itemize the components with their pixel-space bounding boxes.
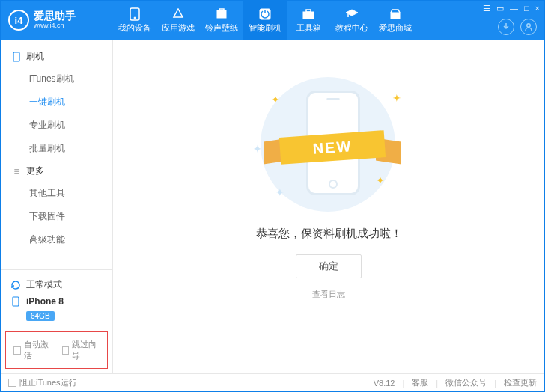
sidebar-item-itunes-flash[interactable]: iTunes刷机 (1, 67, 112, 91)
success-message: 恭喜您，保资料刷机成功啦！ (256, 227, 402, 241)
brand-title: 爱思助手 (34, 10, 76, 22)
svg-rect-8 (13, 52, 19, 61)
ribbon-text: NEW (279, 130, 386, 165)
sidebar-group-title: 刷机 (26, 50, 44, 63)
sidebar-device-panel: 正常模式 iPhone 8 64GB (1, 269, 112, 327)
refresh-icon (10, 279, 22, 291)
svg-point-1 (134, 17, 136, 19)
divider: | (494, 379, 496, 388)
sidebar-item-other-tools[interactable]: 其他工具 (1, 182, 112, 205)
header: i4 爱思助手 www.i4.cn 我的设备 应用游戏 铃声壁纸 智能刷机 (1, 1, 544, 40)
toolbox-icon (302, 7, 315, 21)
download-button[interactable] (498, 19, 514, 35)
window-controls: ☰ ▭ — □ × (483, 4, 540, 13)
ringtone-icon (215, 7, 228, 21)
checkbox-icon (13, 346, 21, 355)
nav-label: 应用游戏 (162, 22, 195, 34)
skip-guide-checkbox[interactable]: 跳过向导 (62, 339, 100, 361)
sparkle-icon: ✦ (392, 92, 401, 104)
new-ribbon-icon: NEW (258, 129, 407, 165)
device-icon (128, 7, 141, 21)
divider: | (402, 379, 404, 388)
nav-label: 工具箱 (296, 22, 321, 34)
auto-activate-checkbox[interactable]: 自动激活 (13, 339, 52, 361)
checkbox-icon (8, 379, 16, 387)
maximize-icon[interactable]: □ (524, 4, 529, 13)
logo-block: i4 爱思助手 www.i4.cn (1, 10, 113, 31)
nav-apps[interactable]: 应用游戏 (156, 1, 200, 40)
flash-icon (258, 7, 272, 21)
nav-label: 智能刷机 (249, 22, 281, 34)
sidebar-group-more: ≡ 更多 (1, 160, 112, 182)
nav-label: 我的设备 (118, 22, 151, 34)
svg-rect-6 (391, 13, 400, 19)
nav-label: 爱思商城 (379, 22, 412, 34)
more-icon: ≡ (11, 166, 22, 177)
sidebar: 刷机 iTunes刷机 一键刷机 专业刷机 批量刷机 ≡ 更多 其他工具 下载固… (1, 40, 113, 373)
nav-store[interactable]: 爱思商城 (374, 1, 417, 40)
sidebar-item-oneclick-flash[interactable]: 一键刷机 (1, 91, 112, 114)
checkbox-icon (62, 346, 70, 355)
device-mode[interactable]: 正常模式 (8, 276, 105, 293)
user-button[interactable] (520, 19, 537, 35)
phone-icon (11, 52, 22, 62)
version-label: V8.12 (374, 379, 395, 388)
logo-icon: i4 (8, 10, 29, 31)
sidebar-item-batch-flash[interactable]: 批量刷机 (1, 137, 112, 160)
skin-icon[interactable]: ▭ (496, 4, 504, 13)
svg-rect-2 (217, 10, 226, 18)
checkbox-label: 跳过向导 (72, 339, 100, 361)
nav-label: 铃声壁纸 (205, 22, 238, 34)
checkbox-label: 阻止iTunes运行 (19, 377, 77, 388)
brand-subtitle: www.i4.cn (34, 22, 76, 30)
svg-rect-5 (306, 10, 311, 12)
phone-icon (10, 295, 22, 307)
nav-tutorial[interactable]: 教程中心 (330, 1, 374, 40)
sidebar-group-flash: 刷机 (1, 46, 112, 67)
sidebar-item-pro-flash[interactable]: 专业刷机 (1, 114, 112, 137)
sidebar-item-download-firmware[interactable]: 下载固件 (1, 205, 112, 228)
close-icon[interactable]: × (535, 4, 540, 13)
nav-toolbox[interactable]: 工具箱 (287, 1, 330, 40)
main-content: NEW ✦ ✦ ✦ ✦ ✦ 恭喜您，保资料刷机成功啦！ 确定 查看日志 (113, 40, 544, 373)
sparkle-icon: ✦ (376, 174, 385, 186)
footer-link-wechat[interactable]: 微信公众号 (445, 377, 487, 388)
top-nav: 我的设备 应用游戏 铃声壁纸 智能刷机 工具箱 教程中心 (113, 1, 417, 40)
sparkle-icon: ✦ (253, 143, 262, 155)
divider: | (436, 379, 438, 388)
mode-label: 正常模式 (26, 278, 62, 291)
sparkle-icon: ✦ (271, 94, 280, 105)
success-illustration: NEW ✦ ✦ ✦ ✦ ✦ (243, 77, 415, 212)
tutorial-icon (345, 7, 359, 21)
footer: 阻止iTunes运行 V8.12 | 客服 | 微信公众号 | 检查更新 (1, 373, 544, 391)
block-itunes-checkbox[interactable]: 阻止iTunes运行 (8, 377, 77, 388)
menu-icon[interactable]: ☰ (483, 4, 490, 13)
sidebar-item-advanced[interactable]: 高级功能 (1, 228, 112, 251)
header-right-buttons (498, 19, 537, 35)
svg-point-7 (527, 24, 530, 27)
apps-icon (171, 7, 185, 21)
checkbox-label: 自动激活 (24, 339, 52, 361)
store-icon (389, 7, 402, 21)
minimize-icon[interactable]: — (510, 4, 518, 13)
storage-badge: 64GB (26, 311, 55, 321)
nav-label: 教程中心 (335, 22, 368, 34)
sparkle-icon: ✦ (275, 186, 284, 198)
nav-ringtone[interactable]: 铃声壁纸 (200, 1, 243, 40)
ok-button[interactable]: 确定 (296, 254, 362, 278)
footer-link-update[interactable]: 检查更新 (504, 377, 537, 388)
nav-flash[interactable]: 智能刷机 (243, 1, 287, 40)
device-name-row[interactable]: iPhone 8 (8, 293, 105, 310)
nav-my-device[interactable]: 我的设备 (113, 1, 156, 40)
device-name: iPhone 8 (26, 296, 64, 307)
view-log-link[interactable]: 查看日志 (312, 289, 345, 300)
sidebar-group-title: 更多 (26, 165, 44, 177)
flash-options-highlight: 自动激活 跳过向导 (5, 331, 108, 369)
footer-link-support[interactable]: 客服 (412, 377, 428, 388)
svg-rect-4 (303, 12, 314, 19)
svg-rect-9 (13, 297, 19, 306)
